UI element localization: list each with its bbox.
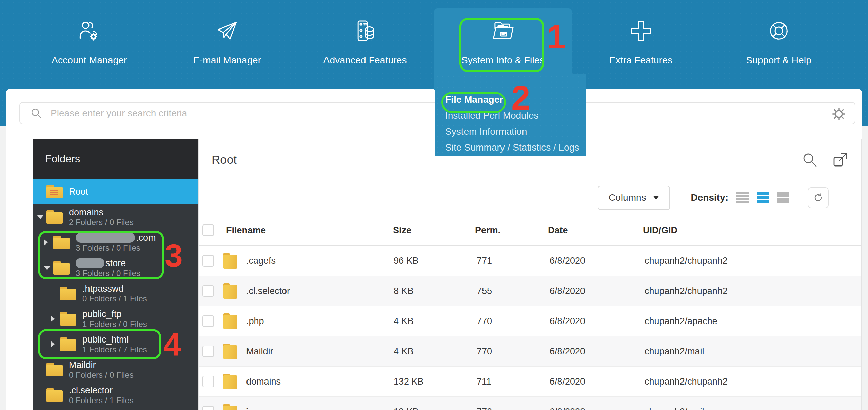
- cell-perm: 770: [477, 316, 492, 327]
- nav-item-advanced-features[interactable]: Advanced Features: [296, 0, 434, 90]
- select-all-checkbox[interactable]: [202, 224, 214, 236]
- tree-item-domain-com[interactable]: .com 3 Folders / 0 Files: [33, 230, 198, 255]
- cell-size: 132 KB: [394, 376, 424, 387]
- cell-size: 8 KB: [394, 286, 414, 296]
- nav-item-support-help[interactable]: Support & Help: [710, 0, 848, 90]
- column-header-date[interactable]: Date: [548, 225, 568, 236]
- cell-uid-gid: chupanh2/chupanh2: [645, 255, 728, 266]
- folder-counts: 2 Folders / 0 Files: [69, 218, 134, 227]
- caret-right-icon[interactable]: [51, 341, 55, 348]
- nav-item-account-manager[interactable]: Account Manager: [20, 0, 158, 90]
- tree-item-cl-selector[interactable]: .cl.selector 0 Folders / 1 Files: [33, 382, 198, 408]
- menu-item-installed-perl-modules[interactable]: Installed Perl Modules: [445, 108, 586, 123]
- folder-counts: 3 Folders / 0 Files: [76, 269, 140, 278]
- cell-uid-gid: chupanh2/apache: [645, 316, 717, 327]
- table-row[interactable]: .php 4 KB 770 6/8/2020 chupanh2/apache: [199, 306, 861, 336]
- column-header-perm[interactable]: Perm.: [475, 225, 500, 236]
- search-settings-gear-icon[interactable]: [832, 107, 846, 121]
- folder-icon: [223, 374, 237, 389]
- cell-date: 6/8/2020: [550, 376, 585, 387]
- folder-tree: Root domains 2 Folders / 0 Files .com 3 …: [33, 179, 198, 408]
- table-row[interactable]: domains 132 KB 711 6/8/2020 chupanh2/chu…: [199, 366, 861, 396]
- tree-item-maildir[interactable]: Maildir 0 Folders / 0 Files: [33, 357, 198, 382]
- tree-item-domains[interactable]: domains 2 Folders / 0 Files: [33, 204, 198, 230]
- folder-icon: [223, 253, 237, 269]
- tree-item-domain-store[interactable]: store 3 Folders / 0 Files: [33, 255, 198, 280]
- refresh-button[interactable]: [808, 187, 829, 208]
- caret-down-icon[interactable]: [37, 215, 44, 219]
- cell-uid-gid: chupanh2/mail: [645, 407, 704, 410]
- folder-icon: [60, 337, 76, 351]
- nav-label: Support & Help: [746, 55, 811, 66]
- column-header-size[interactable]: Size: [393, 225, 411, 236]
- expand-fullscreen-icon[interactable]: [832, 152, 848, 168]
- cell-filename[interactable]: Maildir: [246, 346, 273, 357]
- density-compact-option[interactable]: [736, 192, 749, 203]
- folder-icon: [223, 404, 237, 410]
- folder-label: .com: [136, 232, 156, 243]
- table-row[interactable]: .cagefs 96 KB 771 6/8/2020 chupanh2/chup…: [199, 246, 861, 276]
- advanced-features-icon: [353, 18, 378, 43]
- folder-icon: [53, 236, 70, 249]
- folder-counts: 1 Folders / 7 Files: [82, 345, 147, 354]
- tree-item-htpasswd[interactable]: .htpasswd 0 Folders / 1 Files: [33, 280, 198, 306]
- redacted-text: [76, 258, 104, 268]
- column-header-filename[interactable]: Filename: [226, 225, 266, 236]
- cell-perm: 711: [477, 376, 491, 387]
- columns-label: Columns: [609, 192, 646, 203]
- cell-date: 6/8/2020: [550, 255, 585, 266]
- system-info-files-icon: [490, 18, 515, 43]
- folder-label: public_ftp: [82, 309, 147, 319]
- caret-down-icon[interactable]: [44, 266, 51, 270]
- density-comfortable-option[interactable]: [777, 192, 789, 203]
- row-checkbox[interactable]: [202, 315, 214, 327]
- cell-date: 6/8/2020: [550, 346, 585, 357]
- menu-item-file-manager[interactable]: File Manager: [445, 92, 586, 108]
- folder-label: Maildir: [69, 359, 134, 370]
- cell-uid-gid: chupanh2/mail: [645, 346, 704, 357]
- cell-filename[interactable]: imap: [246, 407, 266, 410]
- cell-filename[interactable]: .php: [246, 316, 264, 327]
- row-checkbox[interactable]: [202, 406, 214, 410]
- folder-icon: [223, 313, 237, 329]
- panel-search-icon[interactable]: [802, 152, 818, 168]
- nav-item-email-manager[interactable]: E-mail Manager: [158, 0, 296, 90]
- nav-item-extra-features[interactable]: Extra Features: [572, 0, 710, 90]
- table-row[interactable]: imap 12 KB 770 6/8/2020 chupanh2/mail: [199, 396, 861, 410]
- cell-filename[interactable]: .cl.selector: [246, 286, 290, 296]
- file-list-panel: Root Columns Density:: [198, 139, 862, 410]
- row-checkbox[interactable]: [202, 285, 214, 297]
- tree-item-public-html[interactable]: public_html 1 Folders / 7 Files: [33, 331, 198, 357]
- table-row[interactable]: .cl.selector 8 KB 755 6/8/2020 chupanh2/…: [199, 276, 861, 306]
- cell-filename[interactable]: domains: [246, 376, 281, 387]
- cell-date: 6/8/2020: [550, 316, 585, 327]
- folder-counts: 0 Folders / 1 Files: [69, 396, 134, 405]
- caret-right-icon[interactable]: [44, 239, 48, 246]
- nav-label: Account Manager: [52, 55, 127, 66]
- nav-label: System Info & Files: [461, 55, 545, 66]
- caret-right-icon[interactable]: [51, 315, 55, 322]
- cell-filename[interactable]: .cagefs: [246, 255, 276, 266]
- cell-date: 6/8/2020: [550, 286, 585, 296]
- folder-icon: [223, 283, 237, 299]
- menu-item-system-information[interactable]: System Information: [445, 123, 586, 139]
- density-normal-option-active[interactable]: [757, 192, 769, 203]
- table-row[interactable]: Maildir 4 KB 770 6/8/2020 chupanh2/mail: [199, 336, 861, 366]
- cell-size: 12 KB: [394, 407, 419, 410]
- menu-item-site-summary[interactable]: Site Summary / Statistics / Logs: [445, 139, 586, 155]
- row-checkbox[interactable]: [202, 346, 214, 357]
- columns-dropdown-button[interactable]: Columns: [598, 186, 670, 210]
- nav-label: Extra Features: [609, 55, 672, 66]
- tree-item-root[interactable]: Root: [33, 179, 198, 204]
- cell-perm: 770: [477, 346, 492, 357]
- cell-perm: 770: [477, 407, 492, 410]
- cell-size: 4 KB: [394, 346, 414, 357]
- nav-label: Advanced Features: [323, 55, 407, 66]
- folder-icon: [53, 261, 70, 275]
- folder-icon: [46, 388, 63, 402]
- column-header-uid-gid[interactable]: UID/GID: [643, 225, 677, 236]
- tree-item-public-ftp[interactable]: public_ftp 1 Folders / 0 Files: [33, 306, 198, 331]
- cell-perm: 755: [477, 286, 492, 296]
- row-checkbox[interactable]: [202, 376, 214, 387]
- row-checkbox[interactable]: [202, 255, 214, 267]
